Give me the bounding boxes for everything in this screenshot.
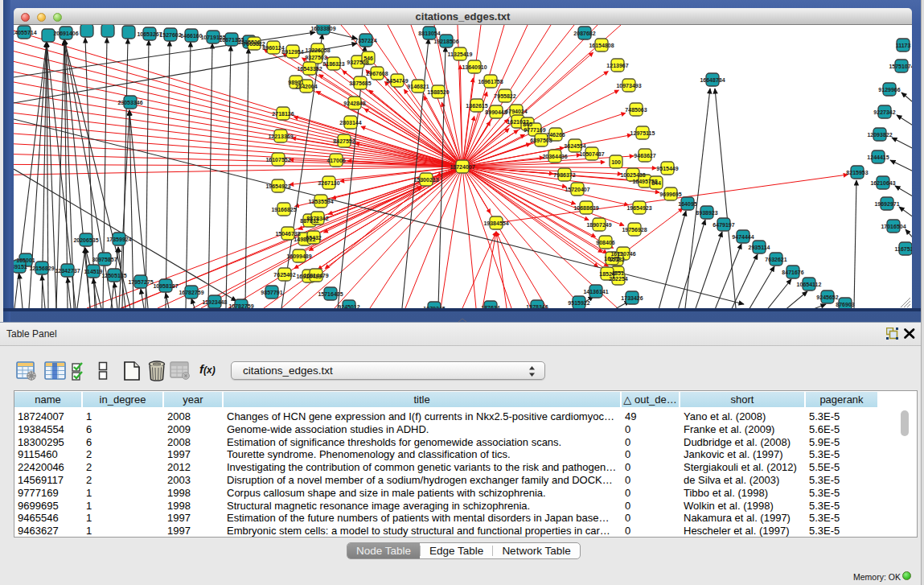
svg-text:10973493: 10973493 [616, 83, 641, 89]
svg-text:20691406: 20691406 [53, 31, 78, 36]
svg-text:10958187: 10958187 [153, 283, 178, 289]
svg-text:8990448: 8990448 [485, 109, 507, 115]
svg-text:11325419: 11325419 [448, 51, 473, 57]
svg-text:100: 100 [611, 159, 621, 165]
svg-text:8912954: 8912954 [281, 49, 303, 55]
svg-text:6466160: 6466160 [180, 33, 202, 39]
svg-text:9129966: 9129966 [878, 87, 900, 93]
svg-text:16914479: 16914479 [303, 273, 328, 278]
svg-text:8878342: 8878342 [306, 216, 328, 221]
svg-text:9474444: 9474444 [732, 234, 754, 240]
svg-text:8938923: 8938923 [696, 210, 717, 216]
svg-text:17957275: 17957275 [128, 279, 153, 285]
svg-text:1244415: 1244415 [867, 154, 889, 160]
svg-text:9227342: 9227342 [873, 109, 895, 115]
svg-text:417006: 417006 [326, 158, 345, 163]
svg-text:15046738: 15046738 [275, 231, 300, 237]
svg-text:3624554: 3624554 [564, 143, 585, 149]
svg-text:9515922: 9515922 [568, 300, 589, 306]
svg-text:19756928: 19756928 [622, 227, 647, 233]
svg-text:9857791: 9857791 [261, 290, 282, 295]
svg-text:2803144: 2803144 [339, 120, 361, 126]
svg-text:15716485: 15716485 [318, 291, 343, 297]
svg-text:8813054: 8813054 [418, 31, 440, 36]
svg-text:16648784: 16648784 [700, 77, 725, 83]
svg-text:12505135: 12505135 [101, 273, 126, 278]
svg-text:876903: 876903 [836, 302, 854, 307]
svg-text:3875685: 3875685 [349, 80, 371, 86]
svg-text:16961758: 16961758 [478, 79, 503, 84]
svg-text:16154808: 16154808 [589, 43, 614, 48]
svg-text:15720407: 15720407 [565, 187, 589, 192]
svg-text:13640910: 13640910 [462, 64, 487, 70]
svg-text:23053346: 23053346 [117, 100, 142, 105]
svg-text:10653267: 10653267 [137, 31, 162, 37]
svg-text:20364436: 20364436 [542, 154, 567, 159]
svg-text:746266: 746266 [546, 132, 565, 138]
svg-text:30975857: 30975857 [92, 257, 117, 262]
svg-text:14136141: 14136141 [583, 289, 608, 295]
svg-text:16033809: 16033809 [310, 26, 335, 31]
svg-text:7485063: 7485063 [625, 107, 647, 113]
svg-text:9245652: 9245652 [816, 295, 838, 300]
svg-text:17016504: 17016504 [881, 224, 906, 229]
svg-text:9699695: 9699695 [659, 192, 681, 197]
svg-text:20206535: 20206535 [73, 237, 98, 243]
svg-text:10507487: 10507487 [579, 151, 604, 157]
svg-text:7357224: 7357224 [355, 38, 376, 43]
svg-text:13535594: 13535594 [308, 199, 333, 204]
svg-text:19218506: 19218506 [433, 39, 458, 44]
svg-text:12213369: 12213369 [268, 134, 293, 139]
svg-text:17359924: 17359924 [106, 237, 131, 242]
svg-text:15300213: 15300213 [413, 177, 438, 183]
svg-text:8186323: 8186323 [322, 61, 344, 67]
svg-text:2967608: 2967608 [366, 71, 388, 76]
svg-text:16543382: 16543382 [297, 66, 322, 72]
svg-text:16210643: 16210643 [870, 180, 895, 186]
svg-text:8454749: 8454749 [386, 78, 408, 84]
svg-text:12975115: 12975115 [630, 130, 655, 136]
svg-text:16099489: 16099489 [286, 253, 311, 259]
svg-text:1167534: 1167534 [895, 246, 912, 252]
svg-text:15751074: 15751074 [889, 64, 912, 69]
svg-text:16175: 16175 [604, 256, 620, 262]
svg-text:10654112: 10654112 [797, 282, 822, 287]
svg-text:18524: 18524 [599, 271, 615, 277]
svg-text:8471676: 8471676 [782, 270, 803, 275]
svg-text:1733426: 1733426 [621, 295, 643, 301]
svg-text:10688639: 10688639 [573, 205, 598, 211]
svg-text:9242848: 9242848 [343, 101, 365, 106]
svg-text:12342737: 12342737 [55, 268, 80, 274]
svg-text:7625402: 7625402 [273, 272, 295, 278]
svg-text:9463627: 9463627 [634, 153, 655, 159]
svg-text:2087682: 2087682 [573, 31, 595, 36]
svg-text:19654923: 19654923 [265, 183, 290, 189]
svg-text:11173: 11173 [896, 43, 911, 48]
svg-text:3267130: 3267130 [318, 180, 339, 186]
svg-text:65432: 65432 [306, 235, 322, 241]
svg-text:16107552: 16107552 [265, 157, 290, 163]
svg-text:19384554: 19384554 [483, 220, 508, 226]
svg-text:16782759: 16782759 [179, 290, 203, 295]
svg-text:1588520: 1588520 [427, 89, 449, 95]
svg-text:6479197: 6479197 [713, 222, 734, 228]
svg-text:39151: 39151 [14, 264, 27, 270]
svg-text:9327503: 9327503 [305, 55, 326, 60]
svg-text:9515449: 9515449 [656, 166, 678, 171]
svg-text:2935114: 2935114 [749, 245, 770, 250]
svg-text:844: 844 [651, 180, 661, 186]
svg-text:1527602: 1527602 [159, 32, 181, 38]
svg-text:9146821: 9146821 [407, 84, 429, 89]
svg-text:9777169: 9777169 [524, 127, 545, 133]
svg-text:7955822: 7955822 [494, 93, 515, 99]
svg-text:164095: 164095 [678, 201, 696, 207]
svg-text:19166825: 19166825 [271, 207, 296, 212]
svg-text:1362615: 1362615 [466, 103, 487, 109]
svg-text:546: 546 [363, 56, 373, 61]
svg-text:19692971: 19692971 [874, 201, 899, 207]
svg-text:18724007: 18724007 [450, 164, 474, 170]
svg-text:7986372: 7986372 [553, 172, 575, 178]
svg-text:7632621: 7632621 [765, 257, 786, 262]
svg-text:14055714: 14055714 [14, 30, 37, 35]
svg-text:165001: 165001 [16, 257, 35, 263]
